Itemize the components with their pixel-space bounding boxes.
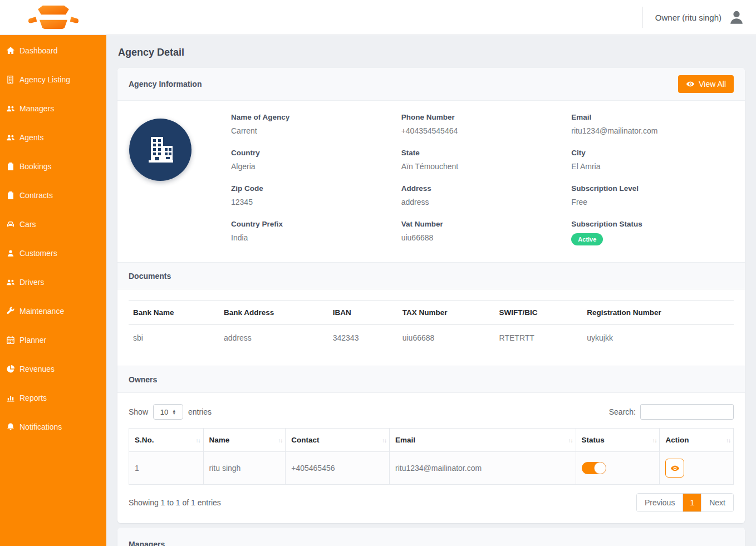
documents-cell: uiu66688 [398,324,495,357]
owners-column-name[interactable]: Name ↑↓ [203,429,286,452]
owners-row: 1 ritu singh +405465456 ritu1234@mailina… [129,452,734,485]
users-icon [6,133,15,142]
page-size-control: Show 10 ▲▼ entries [129,404,212,420]
sidebar-item-dashboard[interactable]: Dashboard [0,36,106,65]
sidebar-item-customers[interactable]: Customers [0,239,106,268]
user-menu[interactable]: Owner (ritu singh) [642,0,756,35]
documents-cell: RTETRTT [495,324,583,357]
sidebar-item-managers[interactable]: Managers [0,94,106,123]
calendar-icon [6,336,15,345]
header-divider [642,7,643,28]
building-avatar-icon [144,133,177,166]
sidebar-item-cars[interactable]: Cars [0,210,106,239]
sort-icon: ↑↓ [278,437,282,443]
owners-column-email[interactable]: Email ↑↓ [390,429,576,452]
previous-page-button[interactable]: Previous [637,494,683,511]
owners-column-contact[interactable]: Contact ↑↓ [286,429,390,452]
owners-body: Show 10 ▲▼ entries Search: [117,393,745,523]
show-label: Show [129,407,148,416]
documents-body: Bank NameBank AddressIBANTAX NumberSWIFT… [117,289,745,366]
users-icon [6,104,15,113]
status-toggle[interactable] [582,462,606,474]
pie-chart-icon [6,365,15,373]
documents-cell: 342343 [328,324,398,357]
sidebar: Dashboard Agency Listing Managers Agents… [0,35,106,546]
field-vat-number: Vat Number uiu66688 [401,220,561,245]
car-icon [6,220,15,229]
sidebar-item-bookings[interactable]: Bookings [0,152,106,181]
section-title: Agency Information [129,80,202,88]
field-subscription-level: Subscription Level Free [571,184,730,206]
bell-icon [6,422,15,431]
owners-column-s-no[interactable]: S.No. ↑↓ [129,429,204,452]
documents-cell: sbi [129,324,219,357]
field-city: City El Amria [571,149,730,171]
field-zip-code: Zip Code 12345 [231,184,390,206]
field-name-of-agency: Name of Agency Carrent [231,113,390,135]
eye-icon [670,464,680,473]
sidebar-item-revenues[interactable]: Revenues [0,355,106,383]
sidebar-item-reports[interactable]: Reports [0,383,106,412]
owner-email: ritu1234@mailinator.com [390,452,576,485]
owner-contact: +405465456 [286,452,390,485]
car-logo-icon [25,4,82,31]
page-size-select[interactable]: 10 ▲▼ [153,404,183,420]
sort-icon: ↑↓ [196,437,200,443]
field-phone-number: Phone Number +404354545464 [401,113,561,135]
documents-cell: address [219,324,328,357]
entries-summary: Showing 1 to 1 of 1 entries [129,498,221,507]
documents-row: sbiaddress342343uiu66688RTETRTTuykujkk [129,324,734,357]
search-label: Search: [609,407,636,416]
clipboard-icon [6,162,15,171]
user-label: Owner (ritu singh) [655,13,721,22]
sidebar-item-maintenance[interactable]: Maintenance [0,297,106,326]
section-title: Owners [129,375,157,384]
top-header: Owner (ritu singh) [0,0,756,35]
field-email: Email ritu1234@mailinator.com [571,113,730,135]
person-icon[interactable] [728,9,745,26]
page-1-button[interactable]: 1 [683,494,701,511]
sidebar-item-agency-listing[interactable]: Agency Listing [0,65,106,94]
agency-detail-card: Agency Information View All [117,68,745,523]
sidebar-item-contracts[interactable]: Contracts [0,181,106,210]
sidebar-item-agents[interactable]: Agents [0,123,106,152]
section-title: Documents [129,272,171,281]
entries-label: entries [188,407,212,416]
sidebar-item-notifications[interactable]: Notifications [0,412,106,441]
documents-column-header: IBAN [328,301,398,324]
view-all-button[interactable]: View All [678,75,734,93]
main-content: Agency Detail Agency Information View Al… [106,35,756,546]
section-title: Managers [129,540,165,546]
sidebar-item-drivers[interactable]: Drivers [0,268,106,297]
field-state: State Aïn Témouchent [401,149,561,171]
managers-card: Managers [117,528,745,546]
search-input[interactable] [640,404,734,420]
sort-icon: ↑↓ [568,437,573,443]
user-icon [6,249,15,258]
owners-table: S.No. ↑↓ Name ↑↓ Contact ↑↓ Email ↑↓ [129,428,734,485]
wrench-icon [6,307,15,316]
carrent-logo[interactable] [0,4,106,31]
agency-information-body: Name of Agency Carrent Phone Number +404… [117,101,745,262]
documents-column-header: Bank Name [129,301,219,324]
field-subscription-status: Subscription Status Active [571,220,730,245]
field-address: Address address [401,184,561,206]
owners-column-status[interactable]: Status ↑↓ [576,429,660,452]
eye-icon [686,80,695,88]
home-icon [6,46,15,55]
owners-column-action[interactable]: Action ↑↓ [660,429,734,452]
documents-header: Documents [117,262,745,289]
view-owner-button[interactable] [665,459,684,478]
owner-sno: 1 [129,452,204,485]
next-page-button[interactable]: Next [701,494,733,511]
managers-header: Managers [117,528,745,546]
sort-icon: ↑↓ [652,437,656,443]
building-icon [6,75,15,84]
documents-column-header: SWIFT/BIC [495,301,583,324]
sidebar-item-planner[interactable]: Planner [0,326,106,355]
documents-column-header: Registration Number [582,301,734,324]
caret-updown-icon: ▲▼ [172,409,176,415]
clipboard-icon [6,191,15,200]
users-icon [6,278,15,287]
agency-avatar [129,119,192,181]
